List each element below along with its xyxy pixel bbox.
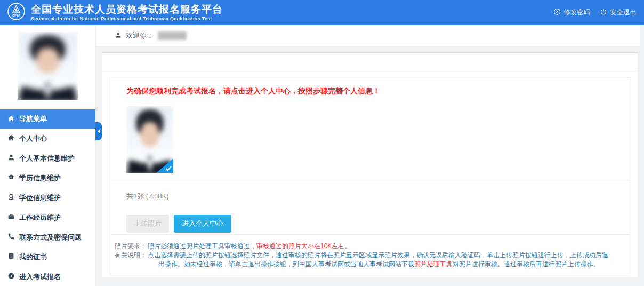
sidebar-item-label: 个人中心 (19, 134, 47, 144)
button-row: 上传照片 进入个人中心 (126, 215, 614, 233)
enter-arrow-icon (7, 272, 15, 281)
change-password-button[interactable]: 修改密码 (553, 8, 590, 17)
photo-actions-section: 共1张 (7.08K) 上传照片 进入个人中心 (110, 180, 630, 235)
power-icon (600, 8, 607, 17)
briefcase-icon (7, 213, 15, 222)
edit-circle-icon (553, 8, 561, 17)
graduation-cap-icon (7, 173, 15, 182)
uploaded-photo-blurred (126, 106, 173, 173)
sidebar-item-education-info[interactable]: 学历信息维护 (0, 168, 95, 188)
phone-icon (7, 233, 15, 242)
app-subtitle: Service platform for National Profession… (31, 16, 223, 21)
main-content: 欢迎你： 为确保您顺利完成考试报名，请点击进入个人中心，按照步骤完善个人信息！ (96, 25, 644, 286)
photo-requirement-text: 照片必须通过照片处理工具审核通过，审核通过的照片大小在10K左右。 (148, 242, 614, 251)
enter-personal-center-button[interactable]: 进入个人中心 (174, 215, 231, 233)
app-title-block: 全国专业技术人员资格考试报名服务平台 Service platform for … (31, 4, 223, 21)
related-notes-label: 有关说明： (115, 251, 148, 269)
home-icon (7, 115, 15, 124)
instructions-section: 照片要求： 照片必须通过照片处理工具审核通过，审核通过的照片大小在10K左右。 … (110, 235, 630, 275)
change-password-label: 修改密码 (564, 8, 590, 17)
sidebar-item-contact-security[interactable]: 联系方式及密保问题 (0, 227, 95, 247)
notice-text: 为确保您顺利完成考试报名，请点击进入个人中心，按照步骤完善个人信息！ (126, 86, 614, 96)
sidebar-item-work-experience[interactable]: 工作经历维护 (0, 208, 95, 227)
panel-header (102, 53, 638, 72)
related-notes-text: 点击选择需要上传的照片按钮选择照片文件，通过审核的照片将在照片显示区域显示照片效… (148, 251, 614, 269)
sidebar-item-label: 联系方式及密保问题 (19, 233, 82, 242)
sidebar-item-label: 个人基本信息维护 (19, 154, 75, 163)
sidebar-item-basic-info[interactable]: 个人基本信息维护 (0, 148, 95, 168)
sidebar-menu: 导航菜单 个人中心 个人基本信息维护 学历信息维护 学位信息维护 工作经历维护 … (0, 109, 95, 286)
logout-button[interactable]: 安全退出 (600, 8, 637, 17)
house-icon (7, 134, 15, 143)
sidebar-item-label: 学历信息维护 (19, 173, 61, 183)
app-title: 全国专业技术人员资格考试报名服务平台 (31, 4, 223, 15)
sidebar-collapse-toggle[interactable] (95, 122, 102, 140)
sidebar-item-personal-center[interactable]: 个人中心 (0, 129, 95, 148)
welcome-label: 欢迎你： (126, 31, 154, 41)
photo-upload-box: 为确保您顺利完成考试报名，请点击进入个人中心，按照步骤完善个人信息！ 共1张 (… (110, 77, 630, 276)
photo-requirement-row: 照片要求： 照片必须通过照片处理工具审核通过，审核通过的照片大小在10K左右。 (115, 242, 614, 251)
sidebar-item-label: 工作经历维护 (19, 213, 61, 223)
chevron-left-icon (98, 129, 100, 133)
sidebar: 导航菜单 个人中心 个人基本信息维护 学历信息维护 学位信息维护 工作经历维护 … (0, 25, 96, 286)
photo-display-section: 为确保您顺利完成考试报名，请点击进入个人中心，按照步骤完善个人信息！ (110, 78, 630, 180)
related-notes-row: 有关说明： 点击选择需要上传的照片按钮选择照片文件，通过审核的照片将在照片显示区… (115, 251, 614, 269)
photo-count-text: 共1张 (7.08K) (126, 192, 614, 201)
profile-photo-blurred (18, 32, 78, 100)
cpta-logo-icon: CPTA (7, 2, 26, 23)
photo-panel: 为确保您顺利完成考试报名，请点击进入个人中心，按照步骤完善个人信息！ 共1张 (… (102, 53, 638, 277)
profile-photo (18, 32, 78, 100)
svg-text:CPTA: CPTA (12, 14, 20, 17)
check-icon (165, 165, 172, 171)
degree-seal-icon (7, 193, 15, 202)
sidebar-item-enter-registration[interactable]: 进入考试报名 (0, 267, 95, 286)
sidebar-item-nav-menu[interactable]: 导航菜单 (0, 109, 95, 129)
sidebar-item-label: 学位信息维护 (19, 193, 61, 203)
person-icon (7, 154, 15, 163)
welcome-bar: 欢迎你： (96, 25, 640, 46)
sidebar-item-label: 进入考试报名 (19, 272, 61, 282)
sidebar-item-label: 导航菜单 (19, 114, 47, 124)
sidebar-item-degree-info[interactable]: 学位信息维护 (0, 188, 95, 208)
sidebar-item-label: 我的证书 (19, 252, 47, 262)
uploaded-photo-thumbnail[interactable] (126, 106, 173, 173)
upload-photo-button[interactable]: 上传照片 (126, 215, 169, 233)
photo-requirement-label: 照片要求： (115, 242, 148, 251)
user-icon (115, 31, 122, 41)
username-redacted (158, 31, 187, 40)
logout-label: 安全退出 (610, 8, 637, 17)
header-actions: 修改密码 安全退出 (553, 8, 637, 17)
sidebar-item-my-certificates[interactable]: 我的证书 (0, 247, 95, 267)
certificate-icon (7, 252, 15, 261)
app-header: CPTA 全国专业技术人员资格考试报名服务平台 Service platform… (0, 0, 644, 25)
